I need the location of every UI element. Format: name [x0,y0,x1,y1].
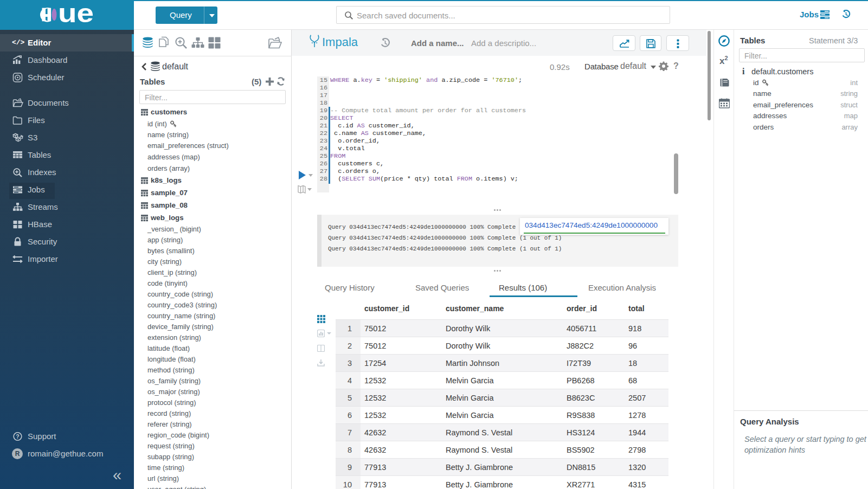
svg-text:?: ? [16,433,19,440]
svg-text:ue: ue [58,7,94,23]
